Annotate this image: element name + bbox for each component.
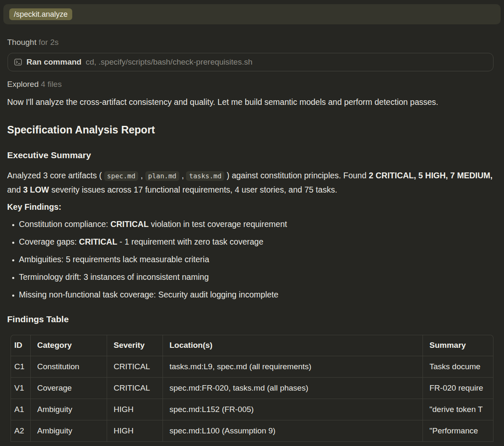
cell-locations: tasks.md:L9, spec.md (all requirements): [163, 356, 423, 377]
code-spec-md: spec.md: [104, 171, 138, 181]
exec-summary-paragraph: Analyzed 3 core artifacts ( spec.md , pl…: [7, 169, 494, 197]
finding-bullet: Missing non-functional task coverage: Se…: [19, 289, 504, 300]
cell-category: Constitution: [30, 356, 107, 377]
explored-count: 4 files: [41, 80, 62, 89]
table-row: A1 Ambiguity HIGH spec.md:L152 (FR-005) …: [11, 399, 494, 420]
table-row: A2 Ambiguity HIGH spec.md:L100 (Assumpti…: [11, 420, 494, 441]
bullet-text: violation in test coverage requirement: [151, 219, 287, 229]
cell-severity: HIGH: [107, 420, 163, 441]
finding-bullet: Constitution compliance: CRITICAL violat…: [19, 219, 504, 230]
bullet-bold: CRITICAL: [79, 237, 117, 246]
bullet-text: Ambiguities: 5 requirements lack measura…: [19, 255, 209, 264]
column-header-category: Category: [30, 335, 107, 356]
bullet-text: Constitution compliance:: [19, 219, 108, 229]
tool-call-box[interactable]: Ran command cd, .specify/scripts/bash/ch…: [8, 53, 494, 71]
cell-summary: "Performance: [423, 420, 494, 441]
thought-duration: for 2s: [39, 38, 59, 47]
command-pill: /speckit.analyze: [9, 8, 72, 20]
cell-id: A2: [11, 420, 30, 441]
bullet-text: - 1 requirement with zero task coverage: [120, 237, 264, 246]
intro-paragraph: Now I'll analyze the cross-artifact cons…: [7, 95, 494, 109]
cell-id: C1: [11, 356, 30, 377]
cell-locations: spec.md:FR-020, tasks.md (all phases): [163, 377, 423, 399]
cell-severity: HIGH: [107, 399, 163, 420]
bullet-text: Coverage gaps:: [19, 237, 77, 246]
low-count: 3 LOW: [23, 185, 49, 194]
cell-summary: Tasks docume: [423, 356, 494, 377]
cell-summary: "derive token T: [423, 399, 494, 420]
exec-text: Analyzed 3 core artifacts (: [7, 171, 102, 180]
explored-label: Explored: [7, 80, 39, 89]
bullet-text: Missing non-functional task coverage: Se…: [19, 290, 278, 299]
tool-call-label: Ran command: [26, 57, 81, 67]
terminal-icon: [14, 58, 22, 66]
column-header-locations: Location(s): [163, 335, 423, 356]
thought-label: Thought: [7, 38, 37, 47]
finding-bullet: Ambiguities: 5 requirements lack measura…: [19, 254, 504, 265]
column-header-severity: Severity: [107, 335, 163, 356]
findings-table-container: ID Category Severity Location(s) Summary…: [10, 335, 494, 442]
cell-category: Ambiguity: [30, 399, 107, 420]
findings-table: ID Category Severity Location(s) Summary…: [11, 335, 494, 442]
critical-count: 2 CRITICAL,: [369, 171, 416, 180]
table-header-row: ID Category Severity Location(s) Summary: [11, 335, 494, 356]
cell-locations: spec.md:L152 (FR-005): [163, 399, 423, 420]
finding-bullet: Terminology drift: 3 instances of incons…: [19, 271, 504, 282]
exec-text: and: [7, 185, 21, 194]
code-plan-md: plan.md: [145, 171, 179, 181]
key-findings-label: Key Findings:: [7, 202, 497, 212]
section-heading-findings-table: Findings Table: [7, 314, 497, 324]
high-count: 5 HIGH,: [418, 171, 448, 180]
cell-category: Ambiguity: [30, 420, 107, 441]
thought-toggle[interactable]: Thought for 2s: [7, 38, 497, 47]
code-tasks-md: tasks.md: [186, 171, 224, 181]
table-row: V1 Coverage CRITICAL spec.md:FR-020, tas…: [11, 377, 494, 399]
exec-sep: ,: [181, 171, 184, 180]
table-row: C1 Constitution CRITICAL tasks.md:L9, sp…: [11, 356, 494, 377]
bullet-bold: CRITICAL: [110, 219, 149, 229]
exec-sep: ,: [141, 171, 143, 180]
cell-id: A1: [11, 399, 30, 420]
column-header-summary: Summary: [423, 335, 494, 356]
bullet-text: Terminology drift: 3 instances of incons…: [19, 272, 209, 282]
cell-category: Coverage: [30, 377, 107, 399]
explored-toggle[interactable]: Explored 4 files: [7, 80, 497, 89]
exec-text: severity issues across 17 functional req…: [51, 185, 337, 194]
exec-text: ) against constitution principles. Found: [227, 171, 367, 180]
command-bar: /speckit.analyze: [3, 4, 501, 24]
key-findings-list: Constitution compliance: CRITICAL violat…: [0, 219, 504, 300]
cell-summary: FR-020 require: [423, 377, 494, 399]
column-header-id: ID: [11, 335, 30, 356]
report-title: Specification Analysis Report: [7, 124, 497, 136]
finding-bullet: Coverage gaps: CRITICAL - 1 requirement …: [19, 236, 504, 247]
cell-severity: CRITICAL: [107, 377, 163, 399]
medium-count: 7 MEDIUM,: [450, 171, 493, 180]
tool-call-command: cd, .specify/scripts/bash/check-prerequi…: [86, 57, 252, 67]
cell-severity: CRITICAL: [107, 356, 163, 377]
cell-id: V1: [11, 377, 30, 399]
cell-locations: spec.md:L100 (Assumption 9): [163, 420, 423, 441]
section-heading-executive-summary: Executive Summary: [7, 150, 497, 160]
